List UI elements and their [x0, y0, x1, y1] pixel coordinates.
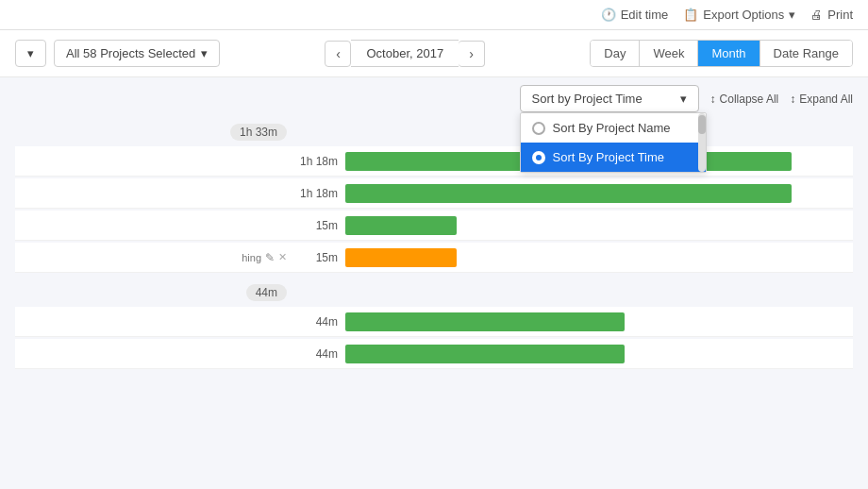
chevron-down-icon: ▾	[680, 92, 687, 106]
tab-day[interactable]: Day	[591, 41, 640, 66]
edit-time-label: Edit time	[621, 8, 669, 22]
table-row: 15m	[15, 211, 853, 241]
tab-date-range[interactable]: Date Range	[760, 41, 852, 66]
export-icon: 📋	[683, 8, 698, 22]
filter-dropdown-small[interactable]: ▾	[15, 40, 46, 67]
expand-all-button[interactable]: ↕ Expand All	[790, 93, 853, 106]
chevron-down-icon: ▾	[201, 46, 208, 60]
projects-dropdown[interactable]: All 58 Projects Selected ▾	[54, 40, 220, 67]
dropdown-scrollbar[interactable]	[698, 113, 706, 172]
group1-label-area: 1h 33m	[15, 124, 298, 141]
table-row: 1h 18m	[15, 178, 853, 209]
print-label: Print	[827, 8, 853, 22]
time-bar	[345, 248, 457, 267]
scrollbar-thumb	[698, 115, 706, 134]
group2-label-area: 44m	[15, 284, 298, 301]
clock-icon: 🕐	[601, 8, 616, 22]
sort-option-by-name[interactable]: Sort By Project Name	[521, 113, 706, 143]
tab-week[interactable]: Week	[640, 41, 698, 66]
edit-time-button[interactable]: 🕐 Edit time	[601, 8, 669, 22]
bar-container	[345, 211, 853, 240]
projects-selected-label: All 58 Projects Selected	[66, 46, 195, 60]
sort-dropdown-wrapper: Sort by Project Time ▾ Sort By Project N…	[520, 85, 699, 112]
table-row: 44m	[15, 307, 853, 337]
close-icon[interactable]: ✕	[278, 251, 287, 263]
chevron-down-icon: ▾	[27, 46, 34, 60]
sort-option-by-time[interactable]: Sort By Project Time	[521, 143, 706, 172]
bar-container	[345, 243, 853, 272]
chart-area: 1h 33m 1h 18m 1h 18m 15m	[0, 120, 868, 489]
group1-header: 1h 33m	[15, 120, 853, 144]
time-bar	[345, 312, 625, 331]
table-row: 1h 18m	[15, 146, 853, 177]
sort-bar: Sort by Project Time ▾ Sort By Project N…	[0, 77, 868, 120]
row-time: 1h 18m	[298, 155, 345, 168]
row-label: hing ✎ ✕	[15, 251, 298, 264]
expand-icon: ↕	[790, 93, 795, 106]
group1-total-time: 1h 33m	[230, 124, 287, 141]
tab-month[interactable]: Month	[698, 41, 760, 66]
collapse-all-label: Collapse All	[720, 93, 779, 106]
group2-total-time: 44m	[246, 284, 287, 301]
table-row: hing ✎ ✕ 15m	[15, 243, 853, 273]
filter-bar: ▾ All 58 Projects Selected ▾ ‹ October, …	[0, 30, 868, 77]
bar-container	[345, 307, 853, 336]
sort-label: Sort by Project Time	[532, 92, 643, 106]
row-time: 15m	[298, 219, 345, 232]
expand-all-label: Expand All	[799, 93, 853, 106]
row-time: 15m	[298, 251, 345, 264]
table-row: 44m	[15, 339, 853, 369]
top-toolbar: 🕐 Edit time 📋 Export Options ▾ 🖨 Print	[0, 0, 868, 30]
print-icon: 🖨	[810, 8, 823, 22]
collapse-all-button[interactable]: ↕ Collapse All	[710, 93, 779, 106]
sort-by-name-label: Sort By Project Name	[553, 121, 671, 135]
period-label: October, 2017	[351, 40, 459, 67]
collapse-expand-controls: ↕ Collapse All ↕ Expand All	[710, 93, 853, 106]
main-content: Sort by Project Time ▾ Sort By Project N…	[0, 77, 868, 489]
print-button[interactable]: 🖨 Print	[810, 8, 853, 22]
export-label: Export Options	[703, 8, 784, 22]
export-options-button[interactable]: 📋 Export Options ▾	[683, 8, 795, 22]
period-tabs: Day Week Month Date Range	[590, 40, 853, 67]
next-period-button[interactable]: ›	[459, 41, 485, 67]
pencil-icon[interactable]: ✎	[265, 251, 275, 264]
sort-dropdown-button[interactable]: Sort by Project Time ▾	[520, 85, 699, 112]
row-time: 1h 18m	[298, 187, 345, 200]
radio-by-time	[532, 151, 545, 164]
group2-header: 44m	[15, 280, 853, 305]
bar-container	[345, 339, 853, 368]
sort-by-time-label: Sort By Project Time	[553, 150, 664, 164]
time-bar	[345, 345, 625, 363]
time-bar	[345, 216, 457, 235]
row-time: 44m	[298, 347, 345, 361]
row-time: 44m	[298, 315, 345, 329]
radio-by-name	[532, 122, 545, 135]
sort-dropdown-menu: Sort By Project Name Sort By Project Tim…	[520, 112, 707, 173]
bar-container	[345, 178, 853, 208]
time-bar	[345, 184, 792, 203]
prev-period-button[interactable]: ‹	[325, 41, 351, 67]
collapse-icon: ↕	[710, 93, 716, 106]
chevron-down-icon: ▾	[789, 8, 795, 22]
